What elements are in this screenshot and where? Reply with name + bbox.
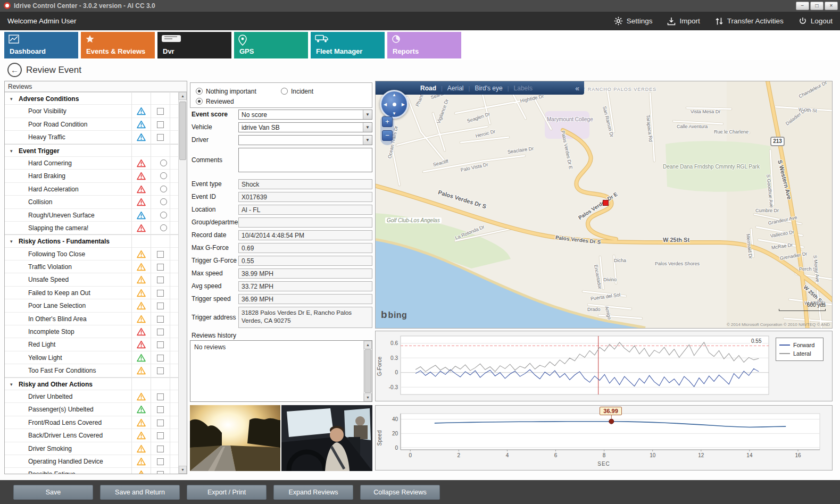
save-button[interactable]: Save — [13, 485, 93, 500]
review-radio[interactable] — [160, 186, 167, 192]
review-item[interactable]: Failed to Keep an Out — [5, 287, 178, 299]
close-button[interactable]: × — [825, 2, 838, 10]
event-score-select[interactable]: No score▼ — [238, 110, 372, 120]
tab-dvr[interactable]: Dvr — [157, 32, 231, 58]
expander-icon[interactable]: ▾ — [10, 235, 13, 248]
driver-camera-thumbnail[interactable] — [281, 405, 372, 471]
review-checkbox[interactable] — [157, 471, 164, 474]
review-item[interactable]: Front/Road Lens Covered — [5, 416, 178, 429]
forward-camera-thumbnail[interactable] — [190, 405, 280, 471]
expand-reviews-button[interactable]: Expand Reviews — [273, 485, 353, 500]
event-type-field[interactable]: Shock — [238, 179, 372, 189]
maximize-button[interactable]: □ — [810, 2, 824, 10]
review-checkbox[interactable] — [157, 419, 164, 426]
review-category[interactable]: ▾Risky Actions - Fundamentals — [5, 234, 178, 247]
event-location-marker[interactable] — [603, 200, 609, 206]
location-field[interactable]: Al - FL — [238, 205, 372, 215]
tab-reports[interactable]: Reports — [387, 32, 461, 58]
review-item[interactable]: Operating Handled Device — [5, 455, 178, 468]
event-id-field[interactable]: X017639 — [238, 192, 372, 202]
vehicle-select[interactable]: idrive Van SB▼ — [238, 122, 372, 132]
scroll-up-icon[interactable]: ▲ — [364, 341, 372, 349]
map-zoom-out-button[interactable]: − — [382, 130, 393, 141]
review-item[interactable]: Poor Visibility — [5, 105, 178, 117]
map-tab-labels[interactable]: Labels — [514, 85, 533, 92]
comments-textarea[interactable] — [238, 148, 372, 172]
tab-fleet-manager[interactable]: Fleet Manager — [311, 32, 385, 58]
review-item[interactable]: Hard Braking — [5, 170, 178, 182]
review-checkbox[interactable] — [157, 406, 164, 413]
minimize-button[interactable]: − — [796, 2, 809, 10]
map-compass-control[interactable]: ▲ ▼ ◀ ▶ — [380, 90, 409, 119]
review-checkbox[interactable] — [157, 134, 164, 141]
max-gforce-field[interactable]: 0.69 — [238, 243, 372, 253]
map[interactable]: EAST RANCHO PALOS VERDESMarymount Colleg… — [375, 81, 833, 329]
map-tab-road[interactable]: Road — [420, 85, 436, 92]
review-checkbox[interactable] — [157, 264, 164, 271]
review-item[interactable]: Collision — [5, 196, 178, 208]
map-tab-birds-eye[interactable]: Bird's eye — [475, 85, 502, 92]
review-item[interactable]: Slapping the camera! — [5, 222, 178, 234]
reviews-history-list[interactable]: No reviews ▲ ▼ — [190, 340, 372, 402]
review-item[interactable]: Hard Acceleration — [5, 183, 178, 196]
save-and-return-button[interactable]: Save and Return — [100, 485, 180, 500]
review-category[interactable]: ▾Risky and Other Actions — [5, 377, 178, 390]
nothing-important-radio[interactable] — [196, 88, 203, 95]
review-item[interactable]: Driver Unbelted — [5, 390, 178, 403]
pan-right-icon[interactable]: ▶ — [402, 102, 405, 107]
review-radio[interactable] — [160, 159, 167, 166]
review-item[interactable]: Back/Driver Lens Covered — [5, 429, 178, 442]
reviewed-radio[interactable] — [196, 98, 203, 105]
expander-icon[interactable]: ▾ — [10, 378, 13, 391]
back-button[interactable]: ← — [7, 63, 22, 77]
max-speed-field[interactable]: 38.99 MPH — [238, 268, 372, 279]
reviews-scrollbar[interactable]: ▲ ▼ — [178, 92, 187, 474]
toolbar-action-transfer-activities[interactable]: Transfer Activities — [715, 17, 784, 26]
review-checkbox[interactable] — [157, 393, 164, 400]
review-category[interactable]: ▾Event Trigger — [5, 144, 178, 157]
review-item[interactable]: Traffic Violation — [5, 261, 178, 273]
review-item[interactable]: Red Light — [5, 338, 178, 351]
review-radio[interactable] — [160, 212, 167, 219]
scroll-thumb[interactable] — [179, 102, 186, 160]
review-checkbox[interactable] — [157, 341, 164, 348]
scroll-up-icon[interactable]: ▲ — [179, 92, 187, 100]
review-item[interactable]: Poor Lane Selection — [5, 299, 178, 312]
review-item[interactable]: Poor Road Condition — [5, 118, 178, 131]
pan-left-icon[interactable]: ◀ — [384, 102, 387, 107]
review-checkbox[interactable] — [157, 303, 164, 309]
toolbar-action-settings[interactable]: Settings — [614, 16, 653, 26]
scroll-down-icon[interactable]: ▼ — [179, 466, 187, 474]
review-checkbox[interactable] — [157, 446, 164, 452]
review-checkbox[interactable] — [157, 316, 164, 323]
tab-events-reviews[interactable]: Events & Reviews — [81, 32, 155, 58]
review-checkbox[interactable] — [157, 355, 164, 362]
review-item[interactable]: Following Too Close — [5, 248, 178, 261]
review-item[interactable]: Heavy Traffic — [5, 131, 178, 144]
driver-select[interactable]: ▼ — [238, 135, 372, 145]
review-checkbox[interactable] — [157, 458, 164, 465]
trigger-speed-field[interactable]: 36.99 MPH — [238, 294, 372, 304]
group-department-field[interactable] — [238, 217, 372, 228]
review-checkbox[interactable] — [157, 276, 164, 283]
map-collapse-button[interactable]: « — [575, 84, 579, 93]
record-date-field[interactable]: 10/4/2014 4:48:54 PM — [238, 230, 372, 240]
tab-gps[interactable]: GPS — [234, 32, 308, 58]
review-item[interactable]: Too Fast For Conditions — [5, 364, 178, 377]
map-tab-aerial[interactable]: Aerial — [447, 85, 464, 92]
avg-speed-field[interactable]: 33.72 MPH — [238, 281, 372, 291]
toolbar-action-import[interactable]: Import — [667, 17, 700, 26]
collapse-reviews-button[interactable]: Collapse Reviews — [360, 485, 440, 500]
toolbar-action-logout[interactable]: Logout — [799, 17, 833, 26]
review-item[interactable]: Rough/Uneven Surface — [5, 209, 178, 222]
trigger-gforce-field[interactable]: 0.55 — [238, 256, 372, 266]
review-item[interactable]: Driver Smoking — [5, 442, 178, 455]
review-checkbox[interactable] — [157, 432, 164, 439]
expander-icon[interactable]: ▾ — [10, 145, 13, 157]
review-checkbox[interactable] — [157, 108, 164, 115]
review-checkbox[interactable] — [157, 367, 164, 374]
pan-down-icon[interactable]: ▼ — [392, 111, 396, 116]
review-checkbox[interactable] — [157, 290, 164, 297]
review-radio[interactable] — [160, 224, 167, 231]
review-item[interactable]: In Other's Blind Area — [5, 313, 178, 325]
